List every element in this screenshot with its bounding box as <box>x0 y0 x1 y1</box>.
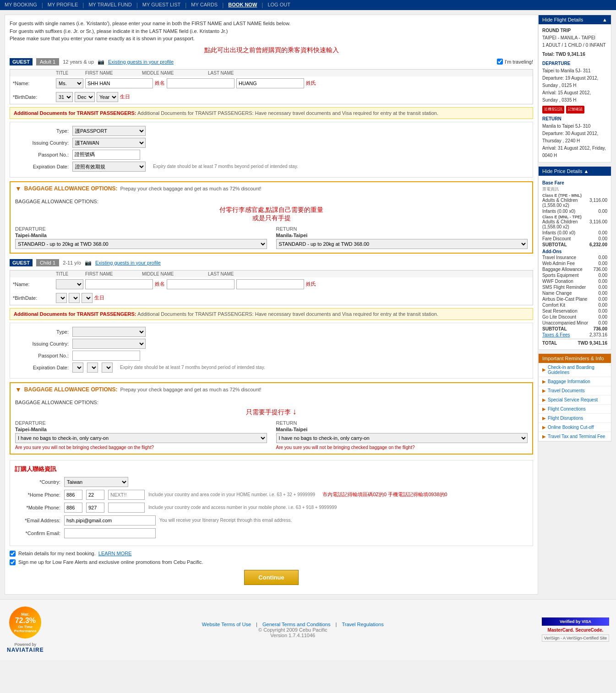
guest2-lastname-input[interactable] <box>236 279 304 289</box>
guest2-dep-route: Taipei-Manila <box>15 427 267 432</box>
guest2-birth-month[interactable] <box>69 293 80 303</box>
guest2-firstname-input[interactable] <box>85 279 153 289</box>
guest2-expiry-month[interactable] <box>87 363 98 373</box>
web-admin-row: Web Admin Fee 0.00 <box>542 261 607 266</box>
guest1-expiry-select[interactable]: 證照有效期規 <box>72 162 146 172</box>
nav-my-booking[interactable]: MY BOOKING <box>5 2 37 8</box>
guest1-dep-baggage-select[interactable]: STANDARD - up to 20kg at TWD 368.00 <box>15 239 267 249</box>
guest1-name-label: *Name: <box>13 81 54 86</box>
guest1-passport-input[interactable] <box>72 150 140 160</box>
sr-val: 0.00 <box>599 309 607 314</box>
terms-of-use-link[interactable]: Website Terms of Use <box>202 622 251 627</box>
ret-arr1: Arrival: 31 August 2012, Friday, 0040 H <box>542 145 607 159</box>
contact-email-input[interactable] <box>64 515 156 525</box>
guest2-issuing-select[interactable] <box>72 339 146 349</box>
guest1-title-select[interactable]: Ms. Mr. Mrs. <box>56 78 83 88</box>
guest1-lastname-input[interactable] <box>236 78 304 88</box>
guest1-doc-type-select[interactable]: 護PASSPORT <box>72 126 146 136</box>
nav-my-travel-fund[interactable]: MY TRAVEL FUND <box>88 2 131 8</box>
currency-note: 票電資訊 <box>542 186 607 192</box>
guest2-lastname-hint: 姓氏 <box>306 281 316 287</box>
reminders-header: Important Reminders & Info <box>539 354 611 363</box>
guest1-birth-month[interactable]: Dec <box>75 92 95 102</box>
guest1-birth-day[interactable]: 31 <box>56 92 73 102</box>
reminder-flight-connections[interactable]: ▶ Flight Connections <box>539 405 611 414</box>
travel-regulations-link[interactable]: Travel Regulations <box>342 622 383 627</box>
guest1-expiry-hint: Expiry date should be at least 7 months … <box>153 164 298 169</box>
reminder-special-service[interactable]: ▶ Special Service Request <box>539 395 611 405</box>
inf2-label: Infants (0.00 x0) <box>542 230 575 235</box>
guest2-birth-day[interactable] <box>56 293 67 303</box>
guest2-dep-label: DEPARTURE <box>15 420 267 426</box>
stamp1: 近機登記訊 <box>542 106 564 114</box>
g2-col-title: TITLE <box>56 271 83 276</box>
nav-my-guest-list[interactable]: MY GUEST LIST <box>142 2 180 8</box>
guest1-traveling-checkbox[interactable] <box>497 59 503 65</box>
ac2-val: 3,116.00 <box>589 219 607 229</box>
guest2-dep-baggage-select[interactable]: I have no bags to check-in, only carry-o… <box>15 433 267 443</box>
reminder-baggage[interactable]: ▶ Baggage Information <box>539 377 611 386</box>
class-e-tpe-mnl: Class E (TPE - MNL) <box>542 193 607 198</box>
notice-section: For guests with single names (i.e. 'Kris… <box>10 20 533 43</box>
taxes-link[interactable]: Taxes & Fees <box>542 332 570 337</box>
reminder-travel-docs-label: Travel Documents <box>548 388 585 393</box>
learn-more-link[interactable]: LEARN MORE <box>98 551 132 556</box>
name-change-row: Name Change 0.00 <box>542 291 607 296</box>
nav-my-profile[interactable]: MY PROFILE <box>48 2 78 8</box>
guest1-issuing-select[interactable]: 護TAIWAN <box>72 138 146 148</box>
guest1-existing-link[interactable]: Existing guests in your profile <box>108 59 174 65</box>
guest1-passport-row: Passport No.: <box>14 150 529 160</box>
nav-my-cards[interactable]: MY CARDS <box>191 2 218 8</box>
guest2-middlename-input[interactable] <box>167 279 234 289</box>
powered-by-label: Powered by <box>7 642 44 647</box>
guest2-expiry-year[interactable] <box>102 363 113 373</box>
guest2-photo-icon: 📷 <box>85 260 92 266</box>
reminder-checkin[interactable]: ▶ Check-in and Boarding Guidelines <box>539 363 611 377</box>
col-title-label: TITLE <box>56 70 83 76</box>
fare-discount-row: Fare Discount 0.00 <box>542 236 607 241</box>
airbus-row: Airbus Die-Cast Plane 0.00 <box>542 297 607 302</box>
flight-info-body: ROUND TRIP TAIPEI - MANILA - TAIPEI 1 AD… <box>539 24 611 162</box>
departure-title: DEPARTURE <box>542 60 607 67</box>
general-terms-link[interactable]: General Terms and Conditions <box>262 622 330 627</box>
guest2-expiry-day[interactable] <box>72 363 83 373</box>
guest2-existing-link[interactable]: Existing guests in your profile <box>95 260 161 265</box>
contact-confirm-email-input[interactable] <box>64 528 156 538</box>
contact-country-select[interactable]: Taiwan <box>64 477 128 487</box>
signup-checkbox-row: Sign me up for Low Fare Alerts and exclu… <box>10 559 533 565</box>
return-title: RETURN <box>542 115 607 123</box>
unaccompanied-row: Unaccompanied Minor 0.00 <box>542 320 607 325</box>
guest2-ret-baggage-select[interactable]: I have no bags to check-in, only carry-o… <box>276 433 528 443</box>
reminder-arrow-icon: ▶ <box>542 367 546 372</box>
contact-home-country-code[interactable] <box>64 490 82 500</box>
guest1-middlename-input[interactable] <box>167 78 234 88</box>
reminder-online-cutoff[interactable]: ▶ Online Booking Cut-off <box>539 423 611 432</box>
retain-checkbox[interactable] <box>10 551 16 557</box>
guest1-expiry-label: Expiration Date: <box>14 164 69 169</box>
guest2-title-select[interactable]: Ms. Mr. <box>56 279 83 289</box>
notice-line1: For guests with single names (i.e. 'Kris… <box>10 20 533 27</box>
continue-button[interactable]: Continue <box>244 570 298 585</box>
guest1-birth-year[interactable]: Year <box>97 92 118 102</box>
reminder-baggage-label: Baggage Information <box>548 379 590 384</box>
nav-log-out[interactable]: LOG OUT <box>267 2 290 8</box>
contact-mobile-area-code[interactable] <box>86 503 104 513</box>
contact-mobile-input[interactable] <box>108 503 145 513</box>
signup-checkbox[interactable] <box>10 559 16 565</box>
reminder-online-cutoff-label: Online Booking Cut-off <box>548 425 594 430</box>
guest2-birth-year[interactable] <box>82 293 93 303</box>
contact-mobile-country-code[interactable] <box>64 503 82 513</box>
reminder-flight-disruptions[interactable]: ▶ Flight Disruptions <box>539 414 611 423</box>
guest1-ret-baggage-select[interactable]: STANDARD - up to 20kg at TWD 368.00 <box>276 239 528 249</box>
flight-info-header: Hide Flight Details ▲ <box>539 15 611 24</box>
retain-checkbox-row: Retain details for my next booking. LEAR… <box>10 551 533 557</box>
contact-home-area-code[interactable] <box>86 490 104 500</box>
contact-home-phone-input[interactable] <box>108 490 145 500</box>
guest2-doc-type-select[interactable] <box>72 327 146 337</box>
g2-col-lastname: LAST NAME <box>208 271 263 276</box>
reminder-travel-tax[interactable]: ▶ Travel Tax and Terminal Fee <box>539 432 611 441</box>
reminder-travel-docs[interactable]: ▶ Travel Documents <box>539 386 611 395</box>
nav-book-now[interactable]: BOOK NOW <box>228 2 257 8</box>
guest1-firstname-input[interactable] <box>85 78 153 88</box>
guest2-passport-input[interactable] <box>72 351 140 361</box>
